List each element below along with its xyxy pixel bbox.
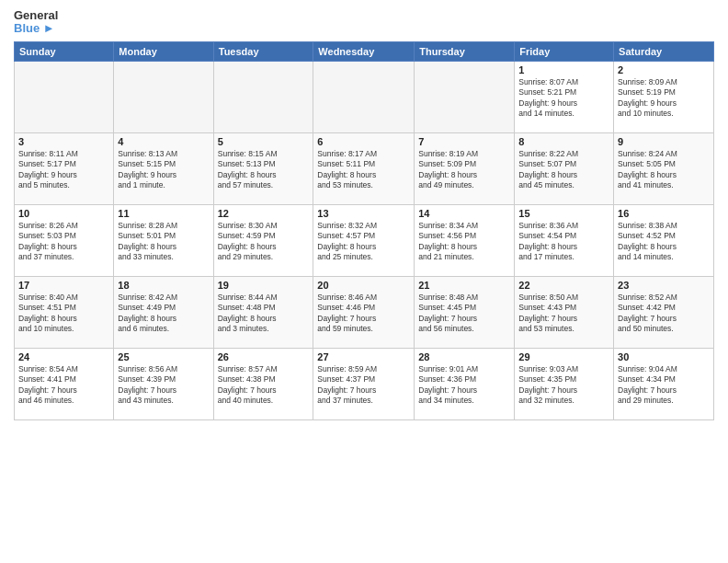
day-cell (415, 61, 515, 132)
day-number: 18 (118, 280, 209, 291)
day-info: Sunrise: 8:59 AM Sunset: 4:37 PM Dayligh… (317, 364, 410, 407)
day-cell: 17Sunrise: 8:40 AM Sunset: 4:51 PM Dayli… (15, 276, 114, 348)
day-info: Sunrise: 8:07 AM Sunset: 5:21 PM Dayligh… (518, 77, 609, 120)
day-cell (15, 61, 114, 132)
day-info: Sunrise: 8:36 AM Sunset: 4:54 PM Dayligh… (518, 221, 609, 263)
weekday-header-monday: Monday (114, 41, 213, 61)
day-cell: 29Sunrise: 9:03 AM Sunset: 4:35 PM Dayli… (515, 348, 614, 419)
day-number: 30 (618, 351, 710, 362)
logo-blue: Blue ► (14, 22, 58, 35)
day-info: Sunrise: 8:54 AM Sunset: 4:41 PM Dayligh… (18, 364, 109, 407)
logo: General Blue ► (14, 9, 58, 36)
week-row-5: 24Sunrise: 8:54 AM Sunset: 4:41 PM Dayli… (15, 348, 714, 419)
logo-container: General Blue ► (14, 9, 58, 36)
day-number: 11 (118, 208, 209, 219)
day-number: 20 (317, 280, 410, 291)
weekday-header-row: SundayMondayTuesdayWednesdayThursdayFrid… (15, 41, 714, 61)
day-number: 4 (118, 136, 209, 147)
day-cell (114, 61, 213, 132)
day-info: Sunrise: 9:01 AM Sunset: 4:36 PM Dayligh… (418, 364, 510, 407)
day-info: Sunrise: 8:26 AM Sunset: 5:03 PM Dayligh… (18, 221, 109, 263)
day-cell: 20Sunrise: 8:46 AM Sunset: 4:46 PM Dayli… (313, 276, 415, 348)
day-cell: 15Sunrise: 8:36 AM Sunset: 4:54 PM Dayli… (515, 204, 614, 276)
day-number: 8 (518, 136, 609, 147)
day-info: Sunrise: 8:17 AM Sunset: 5:11 PM Dayligh… (317, 149, 410, 191)
day-number: 9 (618, 136, 710, 147)
week-row-3: 10Sunrise: 8:26 AM Sunset: 5:03 PM Dayli… (15, 204, 714, 276)
page: General Blue ► SundayMondayTuesdayWednes… (0, 0, 728, 563)
day-cell: 28Sunrise: 9:01 AM Sunset: 4:36 PM Dayli… (415, 348, 515, 419)
day-info: Sunrise: 8:50 AM Sunset: 4:43 PM Dayligh… (518, 293, 609, 335)
day-info: Sunrise: 9:03 AM Sunset: 4:35 PM Dayligh… (518, 364, 609, 407)
day-number: 10 (18, 208, 109, 219)
week-row-2: 3Sunrise: 8:11 AM Sunset: 5:17 PM Daylig… (15, 132, 714, 204)
day-cell: 7Sunrise: 8:19 AM Sunset: 5:09 PM Daylig… (415, 132, 515, 204)
weekday-header-tuesday: Tuesday (213, 41, 313, 61)
day-cell: 6Sunrise: 8:17 AM Sunset: 5:11 PM Daylig… (313, 132, 415, 204)
weekday-header-sunday: Sunday (15, 41, 114, 61)
day-info: Sunrise: 8:42 AM Sunset: 4:49 PM Dayligh… (118, 293, 209, 335)
header: General Blue ► (14, 9, 714, 36)
day-number: 14 (418, 208, 510, 219)
day-number: 22 (518, 280, 609, 291)
day-number: 1 (518, 64, 609, 75)
weekday-header-wednesday: Wednesday (313, 41, 415, 61)
day-info: Sunrise: 8:11 AM Sunset: 5:17 PM Dayligh… (18, 149, 109, 191)
day-info: Sunrise: 8:57 AM Sunset: 4:38 PM Dayligh… (218, 364, 310, 407)
logo-general: General (14, 9, 58, 22)
day-number: 27 (317, 351, 410, 362)
day-number: 23 (618, 280, 710, 291)
day-number: 25 (118, 351, 209, 362)
day-cell (313, 61, 415, 132)
day-info: Sunrise: 8:44 AM Sunset: 4:48 PM Dayligh… (218, 293, 310, 335)
day-number: 24 (18, 351, 109, 362)
day-number: 15 (518, 208, 609, 219)
day-number: 28 (418, 351, 510, 362)
day-cell: 26Sunrise: 8:57 AM Sunset: 4:38 PM Dayli… (213, 348, 313, 419)
day-number: 2 (618, 64, 710, 75)
day-cell: 2Sunrise: 8:09 AM Sunset: 5:19 PM Daylig… (614, 61, 714, 132)
day-info: Sunrise: 8:15 AM Sunset: 5:13 PM Dayligh… (218, 149, 310, 191)
day-cell: 5Sunrise: 8:15 AM Sunset: 5:13 PM Daylig… (213, 132, 313, 204)
day-number: 6 (317, 136, 410, 147)
day-cell: 25Sunrise: 8:56 AM Sunset: 4:39 PM Dayli… (114, 348, 213, 419)
day-number: 26 (218, 351, 310, 362)
day-cell: 19Sunrise: 8:44 AM Sunset: 4:48 PM Dayli… (213, 276, 313, 348)
day-info: Sunrise: 8:56 AM Sunset: 4:39 PM Dayligh… (118, 364, 209, 407)
day-cell: 3Sunrise: 8:11 AM Sunset: 5:17 PM Daylig… (15, 132, 114, 204)
day-info: Sunrise: 8:28 AM Sunset: 5:01 PM Dayligh… (118, 221, 209, 263)
day-cell: 11Sunrise: 8:28 AM Sunset: 5:01 PM Dayli… (114, 204, 213, 276)
day-cell: 10Sunrise: 8:26 AM Sunset: 5:03 PM Dayli… (15, 204, 114, 276)
day-info: Sunrise: 8:22 AM Sunset: 5:07 PM Dayligh… (518, 149, 609, 191)
day-cell: 12Sunrise: 8:30 AM Sunset: 4:59 PM Dayli… (213, 204, 313, 276)
day-info: Sunrise: 9:04 AM Sunset: 4:34 PM Dayligh… (618, 364, 710, 407)
day-cell: 14Sunrise: 8:34 AM Sunset: 4:56 PM Dayli… (415, 204, 515, 276)
day-info: Sunrise: 8:52 AM Sunset: 4:42 PM Dayligh… (618, 293, 710, 335)
day-number: 16 (618, 208, 710, 219)
day-cell: 8Sunrise: 8:22 AM Sunset: 5:07 PM Daylig… (515, 132, 614, 204)
day-info: Sunrise: 8:09 AM Sunset: 5:19 PM Dayligh… (618, 77, 710, 120)
day-info: Sunrise: 8:30 AM Sunset: 4:59 PM Dayligh… (218, 221, 310, 263)
day-cell: 22Sunrise: 8:50 AM Sunset: 4:43 PM Dayli… (515, 276, 614, 348)
day-cell (213, 61, 313, 132)
day-number: 13 (317, 208, 410, 219)
calendar-table: SundayMondayTuesdayWednesdayThursdayFrid… (14, 41, 714, 420)
day-number: 21 (418, 280, 510, 291)
day-number: 5 (218, 136, 310, 147)
day-cell: 13Sunrise: 8:32 AM Sunset: 4:57 PM Dayli… (313, 204, 415, 276)
week-row-4: 17Sunrise: 8:40 AM Sunset: 4:51 PM Dayli… (15, 276, 714, 348)
day-info: Sunrise: 8:40 AM Sunset: 4:51 PM Dayligh… (18, 293, 109, 335)
day-cell: 16Sunrise: 8:38 AM Sunset: 4:52 PM Dayli… (614, 204, 714, 276)
day-number: 12 (218, 208, 310, 219)
day-cell: 4Sunrise: 8:13 AM Sunset: 5:15 PM Daylig… (114, 132, 213, 204)
day-info: Sunrise: 8:13 AM Sunset: 5:15 PM Dayligh… (118, 149, 209, 191)
day-info: Sunrise: 8:46 AM Sunset: 4:46 PM Dayligh… (317, 293, 410, 335)
weekday-header-thursday: Thursday (415, 41, 515, 61)
day-number: 3 (18, 136, 109, 147)
weekday-header-friday: Friday (515, 41, 614, 61)
week-row-1: 1Sunrise: 8:07 AM Sunset: 5:21 PM Daylig… (15, 61, 714, 132)
day-cell: 30Sunrise: 9:04 AM Sunset: 4:34 PM Dayli… (614, 348, 714, 419)
day-cell: 9Sunrise: 8:24 AM Sunset: 5:05 PM Daylig… (614, 132, 714, 204)
day-info: Sunrise: 8:19 AM Sunset: 5:09 PM Dayligh… (418, 149, 510, 191)
day-cell: 23Sunrise: 8:52 AM Sunset: 4:42 PM Dayli… (614, 276, 714, 348)
